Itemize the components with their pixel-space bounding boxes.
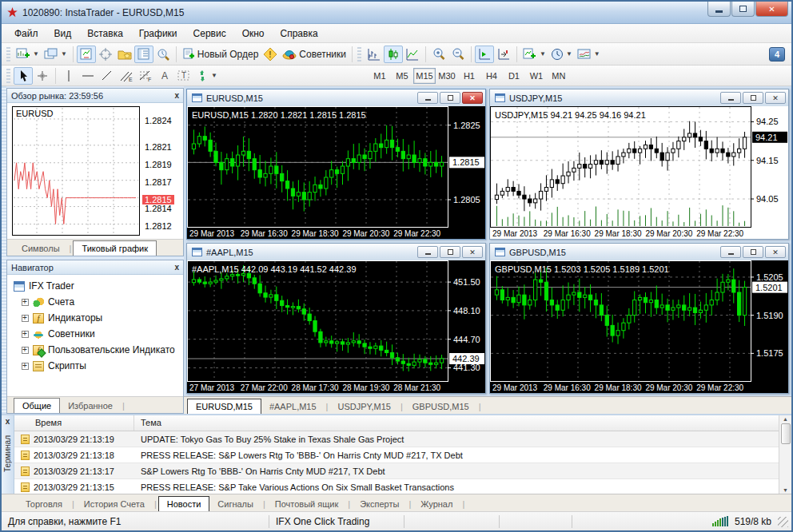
close-button[interactable]: ✕ xyxy=(765,246,786,258)
zoom-out-button[interactable] xyxy=(448,46,468,63)
terminal-tab-Торговля[interactable]: Торговля xyxy=(18,497,70,511)
timeframe-M1[interactable]: M1 xyxy=(369,68,391,84)
fibonacci-button[interactable]: F xyxy=(136,67,155,85)
menu-Сервис[interactable]: Сервис xyxy=(185,26,234,42)
tree-item-custom-indicators[interactable]: fПользовательские Индикато xyxy=(12,342,181,358)
chart-plot-area[interactable]: 451.50448.10444.70441.30442.3927 Mar 201… xyxy=(187,260,485,393)
menu-Справка[interactable]: Справка xyxy=(273,26,326,42)
close-icon[interactable]: x xyxy=(174,91,179,100)
timeframe-H1[interactable]: H1 xyxy=(458,68,480,84)
chart-tab-USDJPY,M15[interactable]: USDJPY,M15 xyxy=(329,399,398,414)
chart-tab-EURUSD,M15[interactable]: EURUSD,M15 xyxy=(187,399,261,414)
minimize-button[interactable] xyxy=(720,92,741,104)
tree-item-scripts[interactable]: Скрипты xyxy=(12,358,181,374)
navigator-toggle[interactable] xyxy=(115,46,134,63)
vline-button[interactable] xyxy=(59,67,78,85)
market-watch-toggle[interactable] xyxy=(77,46,96,63)
warning-button[interactable]: ! xyxy=(261,46,280,63)
minimize-button[interactable] xyxy=(707,2,731,17)
news-row[interactable]: 2013/03/29 21:13:19UPDATE: Tokyo Gas To … xyxy=(14,431,779,447)
menu-Вид[interactable]: Вид xyxy=(46,26,80,42)
scroll-up-icon[interactable]: ▲ xyxy=(783,416,788,422)
chart-window-titlebar[interactable]: #AAPL,M15✕ xyxy=(187,244,485,260)
notifications-badge[interactable]: 4 xyxy=(769,47,785,62)
timeframe-W1[interactable]: W1 xyxy=(525,68,548,84)
strategy-tester-button[interactable] xyxy=(153,46,173,63)
restore-button[interactable] xyxy=(440,92,460,104)
toolbar-grip[interactable] xyxy=(6,69,10,83)
close-icon[interactable]: x xyxy=(6,417,10,426)
expand-icon[interactable] xyxy=(22,363,29,370)
chart-window-titlebar[interactable]: USDJPY,M15✕ xyxy=(490,89,788,106)
menu-Графики[interactable]: Графики xyxy=(131,26,185,42)
arrows-button[interactable]: ▼ xyxy=(193,67,220,85)
crosshair-button[interactable] xyxy=(33,67,52,85)
data-window-button[interactable] xyxy=(96,46,115,63)
zoom-in-button[interactable] xyxy=(429,46,448,63)
text-button[interactable]: A xyxy=(155,67,174,85)
market-watch-tab-Тиковый график[interactable]: Тиковый график xyxy=(73,240,157,256)
periods-button[interactable]: ▼ xyxy=(548,46,575,63)
new-order-button[interactable]: Новый Ордер xyxy=(180,46,261,63)
expand-icon[interactable] xyxy=(22,347,29,354)
tree-root[interactable]: IFX Trader xyxy=(12,278,181,294)
close-button[interactable]: ✕ xyxy=(462,246,483,258)
bar-chart-button[interactable] xyxy=(365,46,384,63)
tree-item-indicators[interactable]: fИндикаторы xyxy=(12,310,181,326)
timeframe-M5[interactable]: M5 xyxy=(391,68,413,84)
close-button[interactable]: ✕ xyxy=(462,92,483,104)
profiles-button[interactable]: ▼ xyxy=(42,46,70,63)
chart-window-titlebar[interactable]: EURUSD,M15✕ xyxy=(187,89,485,106)
status-trading-mode[interactable]: IFX One Click Trading xyxy=(269,515,404,528)
timeframe-M30[interactable]: M30 xyxy=(436,68,458,84)
news-row[interactable]: 2013/03/29 21:13:18PRESS RELEASE: S&P Lo… xyxy=(14,447,779,463)
terminal-tab-Эксперты[interactable]: Эксперты xyxy=(352,497,407,511)
restore-button[interactable] xyxy=(743,92,763,104)
column-time[interactable]: Время xyxy=(14,415,134,431)
indicators-button[interactable]: ▼ xyxy=(520,46,548,63)
menu-Вставка[interactable]: Вставка xyxy=(79,26,131,42)
new-chart-button[interactable]: ▼ xyxy=(14,46,42,63)
trendline-button[interactable] xyxy=(98,67,117,85)
line-chart-button[interactable] xyxy=(403,46,422,63)
advisors-button[interactable]: Советники xyxy=(280,46,349,63)
toolbar-grip[interactable] xyxy=(357,47,361,62)
chart-plot-area[interactable]: 1.52051.51901.51751.520129 Mar 201329 Ma… xyxy=(490,260,788,393)
chart-shift-button[interactable] xyxy=(494,46,513,63)
restore-button[interactable] xyxy=(743,246,763,258)
terminal-tab-Сигналы[interactable]: Сигналы xyxy=(209,497,261,511)
templates-button[interactable]: ▼ xyxy=(575,46,603,63)
menu-Файл[interactable]: Файл xyxy=(6,26,46,42)
expand-icon[interactable] xyxy=(22,299,29,306)
restore-button[interactable] xyxy=(731,2,755,17)
terminal-tab-Новости[interactable]: Новости xyxy=(158,496,210,511)
news-row[interactable]: 2013/03/29 21:13:17S&P Lowers Rtg To 'BB… xyxy=(14,463,779,479)
chart-tab-#AAPL,M15[interactable]: #AAPL,M15 xyxy=(261,399,325,414)
restore-button[interactable] xyxy=(440,246,460,258)
minimize-button[interactable] xyxy=(720,246,741,258)
terminal-toggle[interactable] xyxy=(134,46,153,63)
chart-plot-area[interactable]: 94.2594.1594.0594.2129 Mar 201329 Mar 16… xyxy=(490,106,788,239)
chart-window-titlebar[interactable]: GBPUSD,M15✕ xyxy=(490,244,788,260)
terminal-tab-Почтовый ящик[interactable]: Почтовый ящик xyxy=(267,497,346,511)
scroll-thumb[interactable] xyxy=(781,423,791,444)
timeframe-MN[interactable]: MN xyxy=(548,68,570,84)
expand-icon[interactable] xyxy=(22,331,29,338)
label-button[interactable]: T xyxy=(174,67,193,85)
navigator-tab-Избранное[interactable]: Избранное xyxy=(60,399,121,413)
tick-chart[interactable]: EURUSD xyxy=(12,106,140,236)
close-button[interactable]: ✕ xyxy=(755,2,788,17)
chart-plot-area[interactable]: 1.28251.28051.281529 Mar 201329 Mar 16:3… xyxy=(187,106,485,239)
toolbar-grip[interactable] xyxy=(6,47,10,62)
column-topic[interactable]: Тема xyxy=(134,415,166,431)
terminal-tab-История Счета[interactable]: История Счета xyxy=(76,497,153,511)
market-watch-tab-Символы[interactable]: Символы xyxy=(14,241,68,256)
tree-item-advisors[interactable]: Советники xyxy=(12,326,181,342)
auto-scroll-button[interactable] xyxy=(475,46,494,63)
candlestick-button[interactable] xyxy=(384,46,403,63)
expand-icon[interactable] xyxy=(22,315,29,322)
cursor-button[interactable] xyxy=(14,67,33,85)
close-button[interactable]: ✕ xyxy=(765,92,786,104)
chart-tab-GBPUSD,M15[interactable]: GBPUSD,M15 xyxy=(404,399,477,414)
timeframe-D1[interactable]: D1 xyxy=(503,68,525,84)
